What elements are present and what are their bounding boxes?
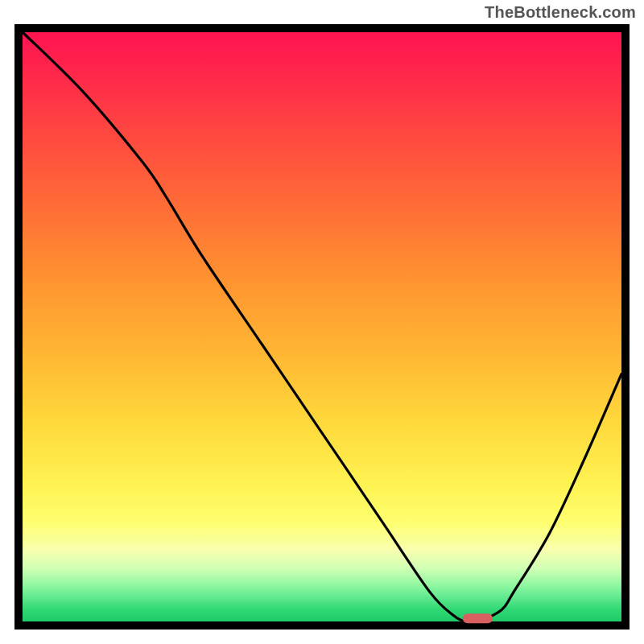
minimum-marker: [463, 613, 493, 623]
plot-frame: [14, 24, 630, 630]
chart-container: TheBottleneck.com: [0, 0, 644, 644]
bottleneck-curve: [23, 32, 621, 622]
watermark-text: TheBottleneck.com: [485, 3, 636, 22]
plot-svg: [23, 32, 621, 621]
